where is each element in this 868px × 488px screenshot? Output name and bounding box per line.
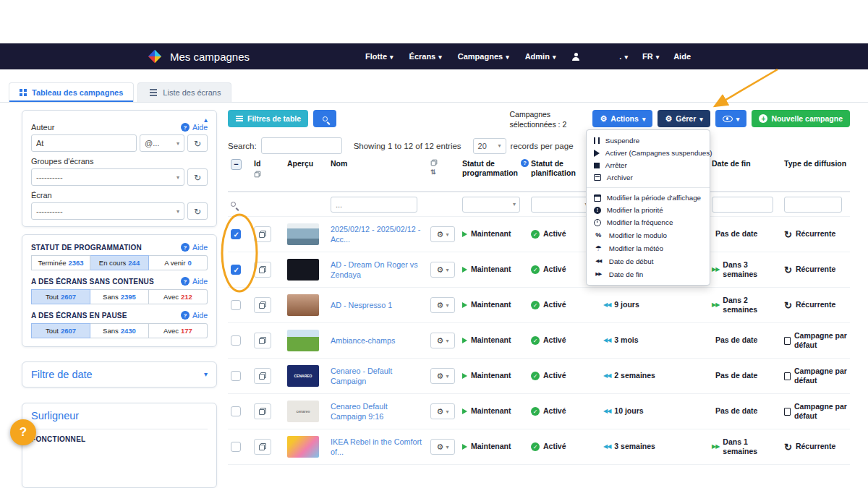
campaign-thumbnail[interactable] bbox=[287, 330, 319, 351]
campaign-name-link[interactable]: AD - Nespresso 1 bbox=[331, 300, 392, 310]
copy-id-button[interactable] bbox=[254, 368, 271, 384]
actions-dropdown-button[interactable]: Actions bbox=[592, 110, 652, 127]
statut-plan-filter-select[interactable] bbox=[531, 197, 592, 213]
nav-menu-item[interactable]: Flotte bbox=[365, 52, 393, 61]
filter-toggle-button[interactable]: Sans 2430 bbox=[90, 323, 149, 338]
filter-toggle-button[interactable]: Terminée 2363 bbox=[31, 255, 90, 270]
copy-id-button[interactable] bbox=[254, 262, 271, 278]
row-checkbox[interactable] bbox=[231, 371, 241, 381]
filter-toggle-button[interactable]: En cours 244 bbox=[90, 255, 149, 270]
nav-menu-item[interactable]: Admin bbox=[525, 52, 556, 61]
row-checkbox[interactable] bbox=[231, 300, 241, 310]
aide-link[interactable]: Aide bbox=[181, 243, 208, 252]
groupes-refresh-button[interactable] bbox=[187, 168, 208, 186]
header-apercu[interactable]: Aperçu bbox=[284, 159, 328, 168]
menu-item[interactable]: Modifier la priorité bbox=[587, 204, 710, 216]
campaign-thumbnail[interactable] bbox=[287, 259, 319, 281]
gerer-dropdown-button[interactable]: Gérer bbox=[658, 110, 710, 127]
campaign-thumbnail[interactable]: CENAREO bbox=[287, 365, 319, 387]
auteur-mention-select[interactable]: @... bbox=[140, 134, 184, 152]
filter-toggle-button[interactable]: Sans 2395 bbox=[90, 289, 149, 304]
ecran-select[interactable]: ---------- bbox=[31, 202, 184, 220]
tab-liste-ecrans[interactable]: Liste des écrans bbox=[137, 82, 231, 102]
header-type-diffusion[interactable]: Type de diffusion bbox=[781, 159, 850, 168]
select-all-checkbox[interactable] bbox=[231, 159, 242, 170]
campaign-name-link[interactable]: 2025/02/12 - 2025/02/12 - Acc... bbox=[331, 224, 425, 244]
aide-link[interactable]: Aide bbox=[181, 277, 208, 286]
campaign-name-link[interactable]: Ambiance-champs bbox=[331, 335, 395, 346]
campaign-thumbnail[interactable] bbox=[287, 294, 319, 316]
auteur-refresh-button[interactable] bbox=[187, 134, 208, 152]
campaign-thumbnail[interactable] bbox=[287, 436, 319, 458]
row-checkbox[interactable] bbox=[231, 442, 241, 452]
fonctionnel-section-label[interactable]: FONCTIONNEL bbox=[31, 435, 208, 443]
search-button[interactable] bbox=[313, 110, 336, 127]
menu-item[interactable]: Archiver bbox=[587, 171, 710, 184]
row-settings-select[interactable] bbox=[430, 333, 455, 348]
campaign-thumbnail[interactable]: cenareo bbox=[287, 401, 319, 422]
auteur-input[interactable] bbox=[31, 134, 137, 152]
help-fab-button[interactable] bbox=[10, 419, 36, 445]
copy-id-button[interactable] bbox=[254, 333, 271, 348]
campaign-name-link[interactable]: Cenareo Default Campaign 9:16 bbox=[331, 401, 425, 421]
row-checkbox[interactable] bbox=[231, 229, 241, 239]
menu-item[interactable]: Date de fin bbox=[587, 267, 710, 281]
page-size-select[interactable]: 20 bbox=[473, 138, 506, 154]
header-statut-programmation[interactable]: Statut de programmation bbox=[462, 159, 518, 178]
nav-menu-item[interactable]: Campagnes bbox=[458, 52, 509, 61]
menu-item[interactable]: Date de début bbox=[587, 254, 710, 267]
aide-link[interactable]: Aide bbox=[181, 311, 208, 320]
menu-item[interactable]: Arrêter bbox=[587, 159, 710, 171]
filter-toggle-button[interactable]: Avec 212 bbox=[149, 289, 208, 304]
campaign-name-link[interactable]: AD - Dream On Roger vs Zendaya bbox=[331, 260, 425, 280]
date-fin-filter-input[interactable] bbox=[712, 197, 773, 213]
aide-link[interactable]: Aide bbox=[181, 123, 208, 132]
brand[interactable]: Mes campagnes bbox=[147, 48, 250, 64]
filter-toggle-button[interactable]: Avec 177 bbox=[149, 323, 208, 338]
visibility-dropdown-button[interactable] bbox=[715, 110, 747, 127]
groupes-select[interactable]: ---------- bbox=[31, 168, 184, 186]
row-checkbox[interactable] bbox=[231, 265, 241, 275]
row-settings-select[interactable] bbox=[430, 226, 455, 242]
copy-id-button[interactable] bbox=[254, 226, 271, 242]
row-settings-select[interactable] bbox=[430, 368, 455, 384]
nav-help-link[interactable]: Aide bbox=[673, 52, 691, 61]
tab-tableau-campagnes[interactable]: Tableau des campagnes bbox=[9, 82, 134, 102]
language-menu[interactable]: FR bbox=[642, 52, 659, 61]
row-settings-select[interactable] bbox=[430, 403, 455, 419]
row-checkbox[interactable] bbox=[231, 335, 241, 346]
header-date-fin[interactable]: Date de fin bbox=[709, 159, 781, 168]
header-id[interactable]: Id bbox=[254, 159, 260, 168]
row-checkbox[interactable] bbox=[231, 406, 241, 416]
menu-item[interactable]: Modifier le modulo bbox=[587, 228, 710, 241]
nom-filter-input[interactable] bbox=[331, 197, 417, 213]
menu-item[interactable]: Suspendre bbox=[587, 134, 710, 147]
sort-icon[interactable] bbox=[430, 168, 436, 176]
collapse-chevron-down-icon[interactable] bbox=[204, 372, 208, 377]
copy-id-button[interactable] bbox=[254, 439, 271, 455]
new-campaign-button[interactable]: Nouvelle campagne bbox=[752, 110, 850, 127]
header-statut-planification[interactable]: Statut de planification bbox=[531, 159, 587, 178]
type-filter-input[interactable] bbox=[784, 197, 842, 213]
row-settings-select[interactable] bbox=[430, 262, 455, 278]
statut-prog-filter-select[interactable] bbox=[462, 197, 520, 213]
campaign-name-link[interactable]: Cenareo - Default Campaign bbox=[331, 366, 425, 386]
copy-id-button[interactable] bbox=[254, 403, 271, 419]
user-menu[interactable] bbox=[571, 53, 580, 61]
account-menu[interactable]: . bbox=[619, 52, 628, 61]
filter-toggle-button[interactable]: Tout 2607 bbox=[31, 289, 90, 304]
filter-toggle-button[interactable]: Tout 2607 bbox=[31, 323, 90, 338]
table-filters-button[interactable]: Filtres de table bbox=[228, 110, 308, 127]
campaign-name-link[interactable]: IKEA Rebel in the Comfort of... bbox=[331, 437, 425, 457]
table-search-input[interactable] bbox=[261, 137, 342, 154]
menu-item[interactable]: Modifier la fréquence bbox=[587, 216, 710, 228]
ecran-refresh-button[interactable] bbox=[187, 202, 208, 220]
row-settings-select[interactable] bbox=[430, 439, 455, 455]
row-settings-select[interactable] bbox=[430, 297, 455, 313]
copy-id-button[interactable] bbox=[254, 297, 271, 313]
filter-toggle-button[interactable]: A venir 0 bbox=[149, 255, 208, 270]
nav-menu-item[interactable]: Écrans bbox=[409, 52, 442, 61]
campaign-thumbnail[interactable] bbox=[287, 223, 319, 245]
collapse-chevron-up-icon[interactable] bbox=[204, 117, 208, 123]
menu-item[interactable]: Activer (Campagnes suspendues) bbox=[587, 147, 710, 159]
